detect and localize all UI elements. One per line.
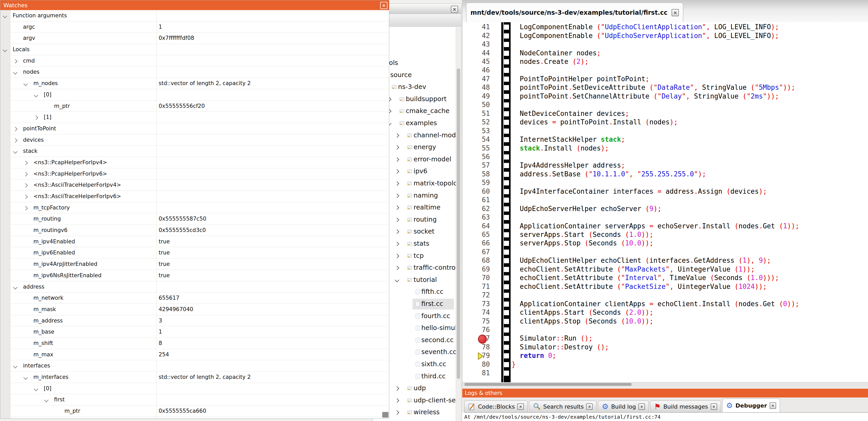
watch-row-m-ptr[interactable]: m_ptr0x55555556cf20 bbox=[0, 101, 389, 112]
chevron-closed-icon[interactable] bbox=[395, 169, 399, 174]
code-token: PacketSize bbox=[625, 283, 665, 290]
watch-row-ns3-asciitracehelperforipv4[interactable]: <ns3::AsciiTraceHelperForIpv4> bbox=[0, 180, 389, 191]
watch-row-ns3-pcaphelperforipv6[interactable]: <ns3::PcapHelperForIpv6> bbox=[0, 168, 389, 180]
chevron-closed-icon[interactable] bbox=[24, 172, 28, 176]
watch-row-m-shift[interactable]: m_shift8 bbox=[0, 338, 389, 349]
chevron-closed-icon[interactable] bbox=[395, 182, 399, 186]
watch-row-argv[interactable]: argv0x7fffffffdf08 bbox=[0, 33, 389, 44]
editor-horizontal-scrollbar[interactable] bbox=[462, 382, 868, 387]
chevron-closed-icon[interactable] bbox=[34, 116, 38, 120]
chevron-open-icon[interactable] bbox=[13, 70, 18, 75]
logs-titlebar[interactable]: Logs & others bbox=[462, 389, 868, 397]
editor-tab-first-cc[interactable]: mnt/dev/tools/source/ns-3-dev/examples/t… bbox=[466, 3, 683, 23]
close-icon[interactable]: × bbox=[380, 2, 388, 9]
chevron-open-icon[interactable] bbox=[34, 93, 38, 97]
close-icon[interactable]: × bbox=[711, 403, 717, 410]
code-token: UdpEchoClientHelper echoClient bbox=[512, 257, 645, 264]
chevron-closed-icon[interactable] bbox=[395, 398, 399, 402]
watch-row-m-address[interactable]: m_address3 bbox=[0, 315, 389, 327]
watch-row-m-max[interactable]: m_max254 bbox=[0, 349, 389, 360]
watch-row-m-nodes[interactable]: m_nodesstd::vector of length 2, capacity… bbox=[0, 78, 389, 89]
watch-row-m-ipv6enabled[interactable]: m_ipv6Enabledtrue bbox=[0, 247, 389, 259]
watch-row-1[interactable]: [1] bbox=[0, 112, 389, 123]
watch-row-m-base[interactable]: m_base1 bbox=[0, 326, 389, 338]
scrollbar-thumb[interactable] bbox=[457, 68, 460, 379]
chevron-open-icon[interactable] bbox=[3, 14, 7, 19]
watch-row-interfaces[interactable]: interfaces bbox=[0, 360, 389, 371]
chevron-closed-icon[interactable] bbox=[24, 195, 28, 199]
resize-grip[interactable] bbox=[382, 412, 389, 418]
scrollbar-thumb[interactable] bbox=[465, 383, 631, 386]
watch-row-m-mask[interactable]: m_mask4294967040 bbox=[0, 304, 389, 315]
chevron-open-icon[interactable] bbox=[44, 398, 49, 402]
chevron-closed-icon[interactable] bbox=[395, 242, 399, 246]
logs-tab-search-results[interactable]: Search results× bbox=[529, 400, 596, 412]
watch-row-devices[interactable]: devices bbox=[0, 134, 389, 146]
chevron-closed-icon[interactable] bbox=[395, 133, 399, 137]
chevron-closed-icon[interactable] bbox=[395, 386, 399, 391]
watch-row-ns3-asciitracehelperforipv6[interactable]: <ns3::AsciiTraceHelperForIpv6> bbox=[0, 191, 389, 202]
watch-row-0[interactable]: [0] bbox=[0, 89, 389, 101]
logs-tab-debugger[interactable]: ⚙Debugger× bbox=[722, 398, 780, 412]
watch-row-nodes[interactable]: nodes bbox=[0, 66, 389, 78]
watch-row-argc[interactable]: argc1 bbox=[0, 22, 389, 33]
logs-tab-build-log[interactable]: ⚙Build log× bbox=[598, 400, 649, 412]
code-area[interactable]: 4142434445464748495051525354555657585960… bbox=[462, 22, 868, 382]
watch-row-m-ptr[interactable]: m_ptr0x5555555ca660 bbox=[0, 406, 389, 417]
watch-row-m-routingv6[interactable]: m_routingv60x5555555cd3c0 bbox=[0, 225, 389, 236]
close-icon[interactable]: × bbox=[517, 403, 524, 410]
watch-row-stack[interactable]: stack bbox=[0, 145, 389, 157]
chevron-open-icon[interactable] bbox=[13, 285, 18, 289]
line-number: 68 bbox=[462, 256, 490, 265]
chevron-closed-icon[interactable] bbox=[395, 157, 399, 162]
watch-row-m-ipv6nsrsjitterenabled[interactable]: m_ipv6NsRsJitterEnabledtrue bbox=[0, 270, 389, 281]
watch-row-m-ipv4enabled[interactable]: m_ipv4Enabledtrue bbox=[0, 236, 389, 248]
chevron-open-icon[interactable] bbox=[13, 364, 18, 368]
chevron-closed-icon[interactable] bbox=[395, 230, 399, 234]
watches-titlebar[interactable]: Watches × bbox=[0, 0, 389, 10]
tree-vertical-scrollbar[interactable] bbox=[456, 27, 461, 421]
watch-row-m-routing[interactable]: m_routing0x555555587c50 bbox=[0, 213, 389, 225]
watch-row-locals[interactable]: Locals bbox=[0, 44, 389, 55]
chevron-open-icon[interactable] bbox=[34, 387, 38, 391]
chevron-closed-icon[interactable] bbox=[13, 138, 18, 142]
code-token: SetChannelAttribute bbox=[572, 92, 653, 100]
fold-marker bbox=[504, 76, 509, 82]
watch-row-0[interactable]: [0] bbox=[0, 383, 389, 394]
chevron-closed-icon[interactable] bbox=[395, 411, 399, 415]
chevron-open-icon[interactable] bbox=[13, 150, 18, 154]
chevron-closed-icon[interactable] bbox=[395, 193, 399, 198]
close-icon[interactable]: × bbox=[639, 403, 645, 410]
code-token: 1.0 bbox=[751, 274, 763, 282]
chevron-closed-icon[interactable] bbox=[395, 205, 399, 210]
close-icon[interactable]: × bbox=[672, 9, 679, 16]
watch-row-ns3-pcaphelperforipv4[interactable]: <ns3::PcapHelperForIpv4> bbox=[0, 157, 389, 168]
watch-row-pointtopoint[interactable]: pointToPoint bbox=[0, 123, 389, 134]
logs-tab-build-messages[interactable]: ⚑Build messages× bbox=[650, 400, 721, 412]
chevron-open-icon[interactable] bbox=[395, 278, 399, 282]
logs-tab-code-blocks[interactable]: Code::Blocks× bbox=[464, 400, 528, 412]
watch-row-m-tcpfactory[interactable]: m_tcpFactory bbox=[0, 202, 389, 214]
chevron-closed-icon[interactable] bbox=[395, 218, 399, 222]
watch-row-m-interfaces[interactable]: m_interfacesstd::vector of length 2, cap… bbox=[0, 371, 389, 383]
code-token: Seconds bbox=[593, 309, 625, 316]
chevron-closed-icon[interactable] bbox=[13, 59, 18, 63]
chevron-closed-icon[interactable] bbox=[13, 127, 18, 131]
close-icon[interactable]: × bbox=[586, 403, 593, 410]
watch-row-cmd[interactable]: cmd bbox=[0, 55, 389, 67]
chevron-closed-icon[interactable] bbox=[395, 266, 399, 270]
watch-row-function-arguments[interactable]: Function arguments bbox=[0, 10, 389, 22]
watch-row-first[interactable]: first bbox=[0, 394, 389, 406]
watch-row-m-ipv4arpjitterenabled[interactable]: m_ipv4ArpJitterEnabledtrue bbox=[0, 259, 389, 270]
chevron-closed-icon[interactable] bbox=[395, 145, 399, 150]
chevron-open-icon[interactable] bbox=[3, 48, 7, 52]
watch-row-m-network[interactable]: m_network655617 bbox=[0, 292, 389, 304]
chevron-open-icon[interactable] bbox=[24, 376, 28, 380]
watch-row-address[interactable]: address bbox=[0, 281, 389, 293]
chevron-closed-icon[interactable] bbox=[24, 206, 28, 210]
chevron-closed-icon[interactable] bbox=[24, 183, 28, 188]
chevron-open-icon[interactable] bbox=[24, 82, 28, 86]
close-icon[interactable]: × bbox=[770, 402, 776, 409]
chevron-closed-icon[interactable] bbox=[24, 161, 28, 165]
chevron-closed-icon[interactable] bbox=[395, 254, 399, 258]
